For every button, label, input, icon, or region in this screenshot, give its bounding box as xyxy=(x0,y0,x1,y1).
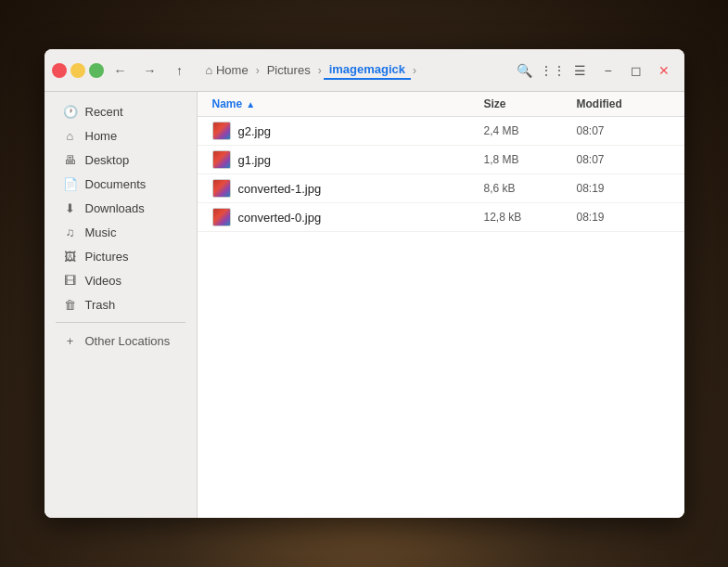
file-modified: 08:19 xyxy=(577,182,670,195)
file-icon xyxy=(212,179,231,198)
desktop-icon: 🖶 xyxy=(63,152,78,167)
table-row[interactable]: converted-1.jpg 8,6 kB 08:19 xyxy=(198,174,684,203)
breadcrumb-sep-2: › xyxy=(318,64,322,77)
trash-icon: 🗑 xyxy=(63,297,78,312)
titlebar: ← → ↑ ⌂ Home › Pictures › imagemagick › … xyxy=(45,49,684,92)
window-close-button[interactable]: ✕ xyxy=(651,58,677,84)
file-size: 12,8 kB xyxy=(484,211,577,224)
back-icon: ← xyxy=(114,63,127,78)
sidebar: 🕐 Recent ⌂ Home 🖶 Desktop 📄 Documents ⬇ … xyxy=(45,92,198,518)
sort-arrow-icon: ▲ xyxy=(246,99,255,110)
window-min-icon: − xyxy=(604,63,611,78)
file-list: Name ▲ Size Modified g2.jpg 2,4 MB xyxy=(198,92,684,518)
table-row[interactable]: g1.jpg 1,8 MB 08:07 xyxy=(198,146,684,174)
file-name-cell: g1.jpg xyxy=(212,150,484,169)
back-button[interactable]: ← xyxy=(108,58,134,84)
file-size: 8,6 kB xyxy=(484,182,577,195)
documents-icon: 📄 xyxy=(63,176,78,191)
table-row[interactable]: converted-0.jpg 12,8 kB 08:19 xyxy=(198,203,684,232)
breadcrumb-home[interactable]: ⌂ Home xyxy=(200,61,254,79)
file-name-cell: converted-1.jpg xyxy=(212,179,484,198)
file-icon xyxy=(212,150,231,169)
view-toggle-button[interactable]: ⋮⋮ xyxy=(540,58,566,84)
file-modified: 08:07 xyxy=(577,124,670,137)
main-content: 🕐 Recent ⌂ Home 🖶 Desktop 📄 Documents ⬇ … xyxy=(45,92,684,518)
home-icon: ⌂ xyxy=(206,63,213,77)
table-row[interactable]: g2.jpg 2,4 MB 08:07 xyxy=(198,117,684,146)
sidebar-item-recent[interactable]: 🕐 Recent xyxy=(48,99,193,123)
window-restore-icon: ◻ xyxy=(631,63,642,78)
menu-button[interactable]: ☰ xyxy=(568,58,594,84)
col-header-name[interactable]: Name ▲ xyxy=(212,97,484,110)
grid-icon: ⋮⋮ xyxy=(540,63,566,78)
file-modified: 08:07 xyxy=(577,153,670,166)
sidebar-item-videos[interactable]: 🎞 Videos xyxy=(48,268,193,292)
breadcrumb-sep-3: › xyxy=(413,64,416,77)
titlebar-actions: 🔍 ⋮⋮ ☰ − ◻ ✕ xyxy=(512,58,677,84)
jpg-thumbnail xyxy=(212,208,231,226)
search-button[interactable]: 🔍 xyxy=(512,58,538,84)
file-modified: 08:19 xyxy=(577,211,670,224)
close-button[interactable] xyxy=(52,63,67,78)
up-button[interactable]: ↑ xyxy=(167,58,193,84)
forward-icon: → xyxy=(144,63,157,78)
sidebar-item-other-locations[interactable]: + Other Locations xyxy=(48,329,193,353)
jpg-thumbnail xyxy=(212,179,231,198)
forward-button[interactable]: → xyxy=(137,58,163,84)
sidebar-item-downloads[interactable]: ⬇ Downloads xyxy=(48,196,193,220)
file-size: 2,4 MB xyxy=(484,124,577,137)
breadcrumb: ⌂ Home › Pictures › imagemagick › xyxy=(200,60,417,80)
breadcrumb-sep-1: › xyxy=(256,64,260,77)
breadcrumb-pictures[interactable]: Pictures xyxy=(262,61,316,79)
sidebar-item-documents[interactable]: 📄 Documents xyxy=(48,172,193,196)
file-name-cell: g2.jpg xyxy=(212,122,484,140)
sidebar-item-home[interactable]: ⌂ Home xyxy=(48,123,193,148)
recent-icon: 🕐 xyxy=(63,104,78,119)
sidebar-divider xyxy=(56,322,185,323)
file-manager-window: ← → ↑ ⌂ Home › Pictures › imagemagick › … xyxy=(45,49,684,518)
window-minimize-button[interactable]: − xyxy=(595,58,621,84)
file-size: 1,8 MB xyxy=(484,153,577,166)
file-list-header: Name ▲ Size Modified xyxy=(198,92,684,117)
file-icon xyxy=(212,122,231,140)
menu-icon: ☰ xyxy=(574,63,586,78)
minimize-button[interactable] xyxy=(70,63,85,78)
jpg-thumbnail xyxy=(212,150,231,169)
sidebar-item-music[interactable]: ♫ Music xyxy=(48,220,193,244)
maximize-button[interactable] xyxy=(89,63,104,78)
col-header-modified[interactable]: Modified xyxy=(577,97,670,110)
jpg-thumbnail xyxy=(212,122,231,140)
downloads-icon: ⬇ xyxy=(63,200,78,215)
music-icon: ♫ xyxy=(63,225,78,239)
home-sidebar-icon: ⌂ xyxy=(63,128,78,143)
up-icon: ↑ xyxy=(176,63,183,78)
window-restore-button[interactable]: ◻ xyxy=(623,58,649,84)
col-header-size[interactable]: Size xyxy=(484,97,577,110)
search-icon: 🔍 xyxy=(517,63,532,78)
pictures-icon: 🖼 xyxy=(63,249,78,264)
sidebar-item-trash[interactable]: 🗑 Trash xyxy=(48,292,193,316)
breadcrumb-current[interactable]: imagemagick xyxy=(324,60,411,80)
window-close-icon: ✕ xyxy=(658,63,670,78)
sidebar-item-desktop[interactable]: 🖶 Desktop xyxy=(48,148,193,172)
other-locations-icon: + xyxy=(63,333,78,348)
videos-icon: 🎞 xyxy=(63,273,78,288)
sidebar-item-pictures[interactable]: 🖼 Pictures xyxy=(48,244,193,268)
file-name-cell: converted-0.jpg xyxy=(212,208,484,226)
file-icon xyxy=(212,208,231,226)
